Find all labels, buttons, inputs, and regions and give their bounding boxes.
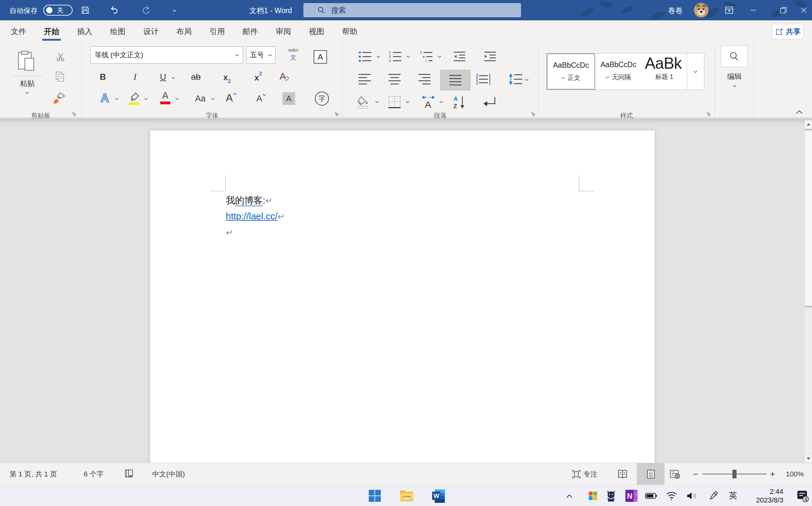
copy-icon[interactable]	[54, 71, 66, 83]
change-case-button[interactable]: Aa	[191, 92, 209, 104]
font-size-combo[interactable]: 五号	[247, 47, 275, 64]
change-case-chevron-icon[interactable]	[209, 97, 216, 101]
scroll-up-icon[interactable]	[805, 120, 812, 129]
tab-file[interactable]: 文件	[8, 20, 29, 43]
bold-button[interactable]: B	[97, 71, 109, 82]
editing-chevron-icon[interactable]	[731, 83, 738, 88]
style-heading1[interactable]: AaBk 标题 1	[641, 54, 687, 90]
font-color-chevron-icon[interactable]	[174, 97, 181, 101]
focus-mode-button[interactable]: 专注	[572, 463, 597, 485]
zoom-out-button[interactable]: −	[693, 463, 698, 485]
tab-view[interactable]: 视图	[306, 20, 327, 43]
bullets-button[interactable]	[358, 50, 373, 64]
borders-chevron-icon[interactable]	[404, 99, 411, 104]
tab-mailings[interactable]: 邮件	[240, 20, 261, 43]
highlight-chevron-icon[interactable]	[142, 97, 149, 101]
justify-button[interactable]	[441, 70, 470, 90]
asian-layout-button[interactable]: A	[420, 95, 436, 109]
language-indicator[interactable]: 中文(中国)	[152, 463, 185, 485]
notification-center-icon[interactable]: 1	[795, 485, 810, 506]
onenote-tray-icon[interactable]: N	[624, 485, 639, 506]
show-marks-button[interactable]	[481, 95, 497, 109]
ime-indicator[interactable]: 英	[727, 485, 739, 506]
page-indicator[interactable]: 第 1 页, 共 1 页	[10, 463, 57, 485]
zoom-in-button[interactable]: +	[770, 463, 775, 485]
vertical-scrollbar[interactable]	[805, 120, 812, 463]
scrollbar-thumb[interactable]	[805, 129, 812, 307]
close-button[interactable]	[798, 4, 809, 16]
highlight-color-button[interactable]	[127, 90, 142, 106]
file-explorer-icon[interactable]	[399, 485, 415, 506]
tab-layout[interactable]: 布局	[173, 20, 195, 43]
cut-icon[interactable]	[54, 52, 67, 63]
paste-button[interactable]: 粘贴	[15, 79, 40, 88]
character-border-button[interactable]: A	[314, 50, 327, 64]
tab-review[interactable]: 审阅	[273, 20, 294, 43]
text-effects-chevron-icon[interactable]	[113, 97, 120, 101]
font-dialog-launcher-icon[interactable]	[333, 111, 339, 116]
line-spacing-chevron-icon[interactable]	[523, 77, 531, 82]
subscript-button[interactable]: x2	[221, 71, 233, 82]
distributed-button[interactable]	[476, 73, 491, 86]
tab-design[interactable]: 设计	[140, 20, 162, 43]
format-painter-icon[interactable]	[52, 91, 66, 105]
clear-formatting-button[interactable]: A	[277, 69, 293, 83]
hyperlink[interactable]: http://lael.cc/	[226, 211, 278, 221]
ribbon-display-options-icon[interactable]	[724, 4, 735, 16]
wifi-tray-icon[interactable]	[664, 485, 679, 506]
numbering-button[interactable]: 123	[388, 50, 403, 64]
shading-button[interactable]	[356, 95, 370, 109]
style-no-spacing[interactable]: AaBbCcDc ↵ 无间隔	[595, 54, 641, 90]
tab-help[interactable]: 帮助	[339, 20, 360, 43]
collapse-ribbon-icon[interactable]	[794, 108, 805, 116]
share-button[interactable]: 共享	[772, 24, 804, 39]
zoom-level[interactable]: 100%	[786, 463, 804, 485]
search-box[interactable]: 搜索	[303, 3, 521, 17]
shading-chevron-icon[interactable]	[373, 99, 381, 104]
proofing-errors-icon[interactable]	[124, 463, 134, 485]
word-app-icon[interactable]: W	[430, 485, 447, 506]
cat-tray-icon[interactable]	[604, 485, 618, 506]
clock[interactable]: 2:44 2023/8/3	[748, 485, 783, 506]
word-count[interactable]: 6 个字	[84, 463, 104, 485]
tab-references[interactable]: 引用	[206, 20, 228, 43]
sort-button[interactable]: AZ	[452, 95, 467, 109]
print-layout-icon[interactable]	[637, 463, 665, 485]
read-mode-icon[interactable]	[617, 463, 628, 485]
character-shading-button[interactable]: A	[282, 92, 295, 105]
clipboard-dialog-launcher-icon[interactable]	[71, 111, 76, 116]
restore-button[interactable]	[777, 4, 789, 16]
text-effects-button[interactable]: A	[98, 91, 112, 106]
align-center-button[interactable]	[387, 73, 402, 86]
asian-layout-chevron-icon[interactable]	[437, 99, 445, 104]
numbering-chevron-icon[interactable]	[404, 54, 412, 59]
font-family-combo[interactable]: 等线 (中文正文)	[90, 47, 243, 64]
underline-button[interactable]: U	[158, 71, 168, 82]
phonetic-guide-button[interactable]: wén 文	[284, 47, 303, 61]
tray-expand-icon[interactable]	[563, 485, 576, 506]
paragraph-dialog-launcher-icon[interactable]	[530, 111, 535, 116]
pen-tray-icon[interactable]	[706, 485, 721, 506]
decrease-indent-button[interactable]	[452, 50, 467, 64]
tab-draw[interactable]: 绘图	[107, 20, 129, 43]
multilevel-chevron-icon[interactable]	[435, 54, 443, 59]
volume-tray-icon[interactable]	[685, 485, 699, 506]
avatar[interactable]	[694, 3, 708, 17]
zoom-slider-thumb[interactable]	[732, 470, 737, 478]
line-spacing-button[interactable]	[508, 73, 523, 86]
start-button[interactable]	[367, 485, 383, 506]
underline-chevron-icon[interactable]	[170, 76, 177, 80]
minimize-button[interactable]	[748, 4, 759, 16]
font-color-button[interactable]: A	[159, 90, 171, 106]
paste-chevron-icon[interactable]	[23, 90, 31, 95]
styles-dialog-launcher-icon[interactable]	[705, 111, 711, 116]
editing-button[interactable]: 编辑	[715, 72, 754, 81]
strikethrough-button[interactable]: ab	[189, 71, 203, 82]
multilevel-list-button[interactable]: 1ai	[419, 50, 434, 64]
align-left-button[interactable]	[357, 73, 372, 86]
italic-button[interactable]: I	[130, 71, 140, 82]
editing-search-icon[interactable]	[721, 46, 748, 67]
tab-insert[interactable]: 插入	[74, 20, 95, 43]
battery-tray-icon[interactable]	[644, 485, 659, 506]
bullets-chevron-icon[interactable]	[375, 54, 382, 59]
